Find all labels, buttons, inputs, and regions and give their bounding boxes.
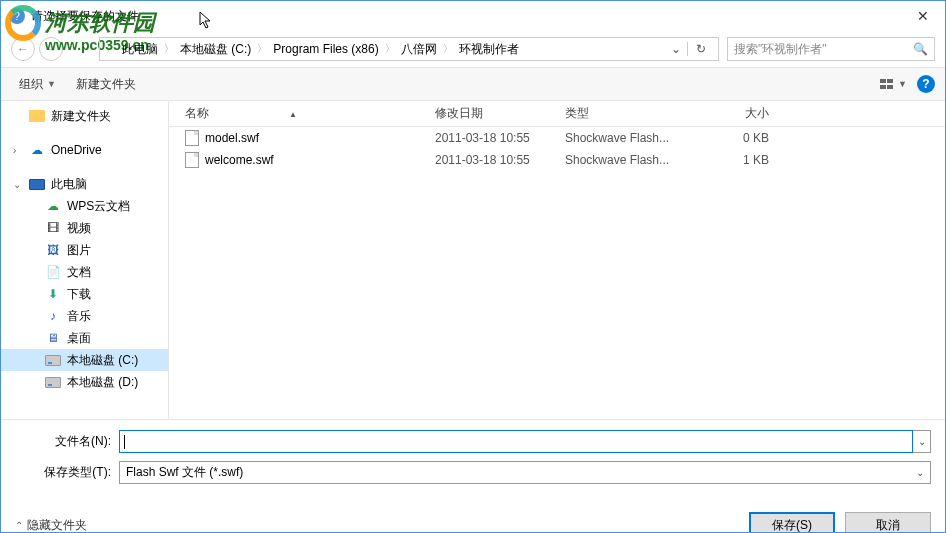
tree-item-disk[interactable]: 本地磁盘 (D:) <box>1 371 168 393</box>
crumb-bb[interactable]: 八倍网 <box>397 41 441 58</box>
col-size[interactable]: 大小 <box>687 105 777 122</box>
toolbar: 组织▼ 新建文件夹 ▼ ? <box>1 67 945 101</box>
tree-item-download[interactable]: ⬇下载 <box>1 283 168 305</box>
tree-item-label: 音乐 <box>67 308 91 325</box>
tree-item-video[interactable]: 🎞视频 <box>1 217 168 239</box>
tree-item-label: 本地磁盘 (D:) <box>67 374 138 391</box>
help-button[interactable]: ? <box>917 75 935 93</box>
hide-folders-toggle[interactable]: ⌃ 隐藏文件夹 <box>15 517 87 534</box>
crumb-pf[interactable]: Program Files (x86) <box>269 42 382 56</box>
view-button[interactable]: ▼ <box>880 79 907 89</box>
filetype-combo[interactable]: Flash Swf 文件 (*.swf) ⌄ <box>119 461 931 484</box>
search-input[interactable]: 搜索"环视制作者" 🔍 <box>727 37 935 61</box>
sort-indicator: ▲ <box>289 110 297 119</box>
save-button[interactable]: 保存(S) <box>749 512 835 533</box>
file-row[interactable]: welcome.swf2011-03-18 10:55Shockwave Fla… <box>169 149 945 171</box>
filename-dropdown[interactable]: ⌄ <box>913 430 931 453</box>
tree-item-desktop[interactable]: 🖥桌面 <box>1 327 168 349</box>
tree-item-disk[interactable]: 本地磁盘 (C:) <box>1 349 168 371</box>
organize-button[interactable]: 组织▼ <box>11 72 64 97</box>
breadcrumb-dropdown[interactable]: ⌄ <box>665 42 687 56</box>
breadcrumb[interactable]: 〉 此电脑 〉 本地磁盘 (C:) 〉 Program Files (x86) … <box>99 37 719 61</box>
title-bar: ? 请选择要保存的文件 ✕ <box>1 1 945 31</box>
file-icon <box>185 152 199 168</box>
tree-item-label: 本地磁盘 (C:) <box>67 352 138 369</box>
tree-item-label: 新建文件夹 <box>51 108 111 125</box>
chevron-right-icon: 〉 <box>255 42 269 56</box>
save-form: 文件名(N): ⌄ 保存类型(T): Flash Swf 文件 (*.swf) … <box>1 419 945 502</box>
sidebar-tree[interactable]: 新建文件夹›☁OneDrive⌄此电脑☁WPS云文档🎞视频🖼图片📄文档⬇下载♪音… <box>1 101 169 419</box>
tree-item-label: 下载 <box>67 286 91 303</box>
view-icon <box>880 79 894 89</box>
file-date: 2011-03-18 10:55 <box>427 131 557 145</box>
file-name: model.swf <box>205 131 259 145</box>
tree-item-label: 视频 <box>67 220 91 237</box>
new-folder-button[interactable]: 新建文件夹 <box>68 72 144 97</box>
search-icon: 🔍 <box>913 42 928 56</box>
back-button[interactable]: ← <box>11 37 35 61</box>
tree-item-wps[interactable]: ☁WPS云文档 <box>1 195 168 217</box>
col-date[interactable]: 修改日期 <box>427 105 557 122</box>
crumb-c[interactable]: 本地磁盘 (C:) <box>176 41 255 58</box>
chevron-right-icon: 〉 <box>162 42 176 56</box>
dialog-footer: ⌃ 隐藏文件夹 保存(S) 取消 <box>1 502 945 533</box>
chevron-down-icon: ⌄ <box>916 467 924 478</box>
file-type: Shockwave Flash... <box>557 153 687 167</box>
tree-item-label: WPS云文档 <box>67 198 130 215</box>
file-list-pane: 名称▲ 修改日期 类型 大小 model.swf2011-03-18 10:55… <box>169 101 945 419</box>
expand-icon[interactable]: › <box>13 145 16 156</box>
crumb-pc[interactable]: 此电脑 <box>118 41 162 58</box>
refresh-button[interactable]: ↻ <box>687 42 714 56</box>
file-type: Shockwave Flash... <box>557 131 687 145</box>
tree-item-onedrive[interactable]: ›☁OneDrive <box>1 139 168 161</box>
chevron-right-icon: 〉 <box>104 42 118 56</box>
nav-bar: ← → ↑ 〉 此电脑 〉 本地磁盘 (C:) 〉 Program Files … <box>1 31 945 67</box>
col-type[interactable]: 类型 <box>557 105 687 122</box>
file-icon <box>185 130 199 146</box>
tree-item-label: 桌面 <box>67 330 91 347</box>
tree-item-label: OneDrive <box>51 143 102 157</box>
column-headers[interactable]: 名称▲ 修改日期 类型 大小 <box>169 101 945 127</box>
col-name[interactable]: 名称▲ <box>169 105 427 122</box>
app-icon: ? <box>9 8 25 24</box>
expand-icon[interactable]: ⌄ <box>13 179 21 190</box>
tree-item-label: 图片 <box>67 242 91 259</box>
tree-item-docs[interactable]: 📄文档 <box>1 261 168 283</box>
file-size: 0 KB <box>687 131 777 145</box>
up-button[interactable]: ↑ <box>73 42 93 56</box>
filetype-label: 保存类型(T): <box>15 464 119 481</box>
file-date: 2011-03-18 10:55 <box>427 153 557 167</box>
chevron-right-icon: 〉 <box>441 42 455 56</box>
tree-item-folder[interactable]: 新建文件夹 <box>1 105 168 127</box>
crumb-hs[interactable]: 环视制作者 <box>455 41 523 58</box>
tree-item-label: 此电脑 <box>51 176 87 193</box>
cancel-button[interactable]: 取消 <box>845 512 931 533</box>
chevron-up-icon: ⌃ <box>15 520 23 531</box>
close-button[interactable]: ✕ <box>900 1 945 31</box>
file-name: welcome.swf <box>205 153 274 167</box>
tree-item-pictures[interactable]: 🖼图片 <box>1 239 168 261</box>
tree-item-label: 文档 <box>67 264 91 281</box>
filename-label: 文件名(N): <box>15 433 119 450</box>
tree-item-music[interactable]: ♪音乐 <box>1 305 168 327</box>
forward-button[interactable]: → <box>39 37 63 61</box>
filename-input[interactable] <box>119 430 913 453</box>
chevron-right-icon: 〉 <box>383 42 397 56</box>
file-row[interactable]: model.swf2011-03-18 10:55Shockwave Flash… <box>169 127 945 149</box>
file-size: 1 KB <box>687 153 777 167</box>
tree-item-pc[interactable]: ⌄此电脑 <box>1 173 168 195</box>
window-title: 请选择要保存的文件 <box>31 8 900 25</box>
search-placeholder: 搜索"环视制作者" <box>734 41 827 58</box>
